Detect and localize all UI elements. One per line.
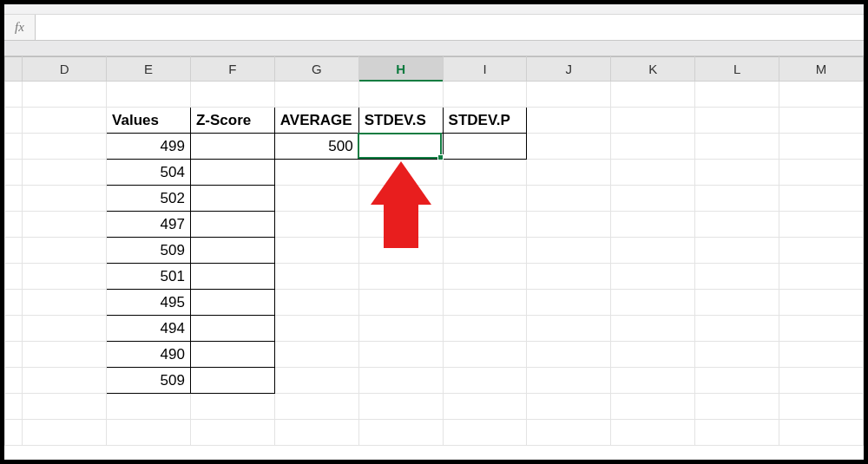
cell-value-3[interactable]: 502 — [107, 186, 191, 212]
row-data-2[interactable]: 504 — [5, 160, 864, 186]
row-data-3[interactable]: 502 — [5, 186, 864, 212]
col-header-M[interactable]: M — [779, 57, 864, 82]
cell-value-7[interactable]: 495 — [107, 290, 191, 316]
row-data-4[interactable]: 497 — [5, 212, 864, 238]
col-header-L[interactable]: L — [695, 57, 779, 82]
col-header-K[interactable]: K — [611, 57, 695, 82]
cell-value-8[interactable]: 494 — [107, 316, 191, 342]
row-data-1[interactable]: 499 500 — [5, 134, 864, 160]
cell-value-1[interactable]: 499 — [107, 134, 191, 160]
worksheet[interactable]: D E F G H I J K L M Values — [4, 56, 864, 446]
row-data-9[interactable]: 490 — [5, 342, 864, 368]
cell-average[interactable]: 500 — [274, 134, 358, 160]
row-data-6[interactable]: 501 — [5, 264, 864, 290]
row-data-10[interactable]: 509 — [5, 368, 864, 394]
hdr-zscore[interactable]: Z-Score — [190, 108, 274, 134]
col-header-H[interactable]: H — [358, 57, 443, 82]
hdr-stdevp[interactable]: STDEV.P — [443, 108, 527, 134]
hdr-average[interactable]: AVERAGE — [274, 108, 358, 134]
col-header-D[interactable]: D — [23, 57, 107, 82]
corner-stub — [5, 57, 23, 82]
row-blank[interactable] — [5, 394, 864, 420]
column-headers[interactable]: D E F G H I J K L M — [5, 57, 864, 82]
grid[interactable]: D E F G H I J K L M Values — [4, 56, 864, 446]
col-header-E[interactable]: E — [107, 57, 191, 82]
cell-stdevp[interactable] — [443, 134, 527, 160]
bar-spacer — [4, 41, 864, 56]
formula-input[interactable] — [36, 15, 864, 40]
cell-value-6[interactable]: 501 — [107, 264, 191, 290]
cell-value-10[interactable]: 509 — [107, 368, 191, 394]
hdr-values[interactable]: Values — [107, 108, 191, 134]
col-header-F[interactable]: F — [190, 57, 274, 82]
hdr-stdevs[interactable]: STDEV.S — [358, 108, 443, 134]
excel-window: fx D E F G H I J K L M — [0, 0, 868, 464]
cell-value-4[interactable]: 497 — [107, 212, 191, 238]
row-blank-top[interactable] — [5, 82, 864, 108]
row-blank[interactable] — [5, 420, 864, 446]
fx-icon[interactable]: fx — [4, 15, 36, 40]
row-data-7[interactable]: 495 — [5, 290, 864, 316]
row-data-5[interactable]: 509 — [5, 238, 864, 264]
formula-bar: fx — [4, 15, 864, 41]
cell-value-2[interactable]: 504 — [107, 160, 191, 186]
ribbon-handle — [4, 4, 864, 15]
col-header-I[interactable]: I — [443, 57, 527, 82]
col-header-J[interactable]: J — [527, 57, 611, 82]
cell-stdevs[interactable] — [358, 134, 443, 160]
cell-value-5[interactable]: 509 — [107, 238, 191, 264]
cell-value-9[interactable]: 490 — [107, 342, 191, 368]
col-header-G[interactable]: G — [274, 57, 358, 82]
cell-zscore-1[interactable] — [190, 134, 274, 160]
row-headers[interactable]: Values Z-Score AVERAGE STDEV.S STDEV.P — [5, 108, 864, 134]
row-data-8[interactable]: 494 — [5, 316, 864, 342]
